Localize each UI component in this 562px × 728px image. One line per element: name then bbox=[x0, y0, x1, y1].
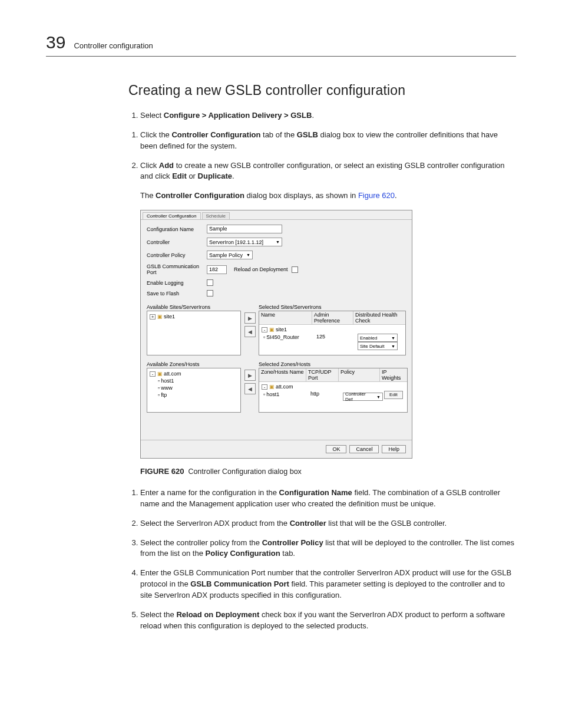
tree-item[interactable]: -▣site1 bbox=[262, 326, 403, 333]
chevron-down-icon: ▼ bbox=[391, 336, 395, 340]
expand-icon[interactable]: + bbox=[150, 314, 156, 319]
step: Select Configure > Application Delivery … bbox=[140, 110, 516, 121]
controller-config-dialog: Controller Configuration Schedule Config… bbox=[140, 210, 412, 459]
expand-icon[interactable]: - bbox=[150, 371, 156, 377]
document-page: 39 Controller configuration Creating a n… bbox=[0, 0, 562, 687]
tab-schedule[interactable]: Schedule bbox=[202, 212, 230, 219]
controller-select[interactable]: ServerIron [192.1.1.12]▼ bbox=[207, 238, 282, 246]
save-to-flash-label: Save to Flash bbox=[147, 291, 207, 297]
tree-item[interactable]: -▣att.com bbox=[262, 383, 405, 390]
expand-icon[interactable]: - bbox=[262, 327, 267, 332]
available-sites-title: Available Sites/ServerIrons bbox=[147, 304, 241, 310]
tree-item[interactable]: -▣att.com bbox=[150, 370, 238, 377]
tree-item[interactable]: +▣site1 bbox=[150, 313, 238, 320]
tab-controller-configuration[interactable]: Controller Configuration bbox=[143, 212, 201, 219]
available-zones-title: Available Zones/Hosts bbox=[147, 361, 241, 367]
col-header: IP Weights bbox=[380, 368, 407, 381]
content-body: Creating a new GSLB controller configura… bbox=[128, 83, 516, 632]
table-row[interactable]: ▫host1 http Controller Def▼ Edit bbox=[262, 390, 405, 401]
dialog-tabs: Controller Configuration Schedule bbox=[141, 210, 412, 220]
selected-zones-title: Selected Zones/Hosts bbox=[259, 361, 408, 367]
move-right-button[interactable]: ▶ bbox=[244, 370, 256, 381]
available-zones-tree[interactable]: -▣att.com ▫host1 ▫www ▫ftp bbox=[147, 368, 241, 413]
cancel-button[interactable]: Cancel bbox=[349, 445, 379, 453]
chevron-down-icon: ▼ bbox=[391, 344, 395, 348]
health-enabled-select[interactable]: Enabled▼ bbox=[358, 334, 398, 342]
figure-reference[interactable]: Figure 620 bbox=[358, 191, 395, 200]
col-header: Distributed Health Check bbox=[353, 311, 405, 324]
paragraph: The Controller Configuration dialog box … bbox=[140, 190, 516, 202]
health-default-select[interactable]: Site Default▼ bbox=[358, 342, 398, 350]
folder-icon: ▣ bbox=[157, 371, 163, 377]
controller-policy-select[interactable]: Sample Policy▼ bbox=[207, 251, 253, 259]
tree-item[interactable]: ▫host1 bbox=[150, 377, 238, 384]
controller-policy-label: Controller Policy bbox=[147, 252, 207, 258]
col-header: Admin Preference bbox=[312, 311, 353, 324]
step: Enter the GSLB Communication Port number… bbox=[140, 568, 516, 601]
reload-on-deployment-label: Reload on Deployment bbox=[234, 266, 288, 272]
gslb-port-label: GSLB Communication Port bbox=[147, 263, 207, 275]
chevron-down-icon: ▼ bbox=[376, 395, 381, 399]
page-header: 39 Controller configuration bbox=[46, 32, 516, 57]
tree-item[interactable]: ▫www bbox=[150, 384, 238, 391]
configuration-name-label: Configuration Name bbox=[147, 226, 207, 232]
file-icon: ▫ bbox=[263, 391, 265, 397]
controller-label: Controller bbox=[147, 239, 207, 245]
section-title: Creating a new GSLB controller configura… bbox=[128, 83, 516, 98]
file-icon: ▫ bbox=[158, 385, 160, 391]
figure-caption: FIGURE 620 Controller Configuration dial… bbox=[140, 467, 516, 476]
save-to-flash-checkbox[interactable] bbox=[207, 290, 213, 297]
move-left-button[interactable]: ◀ bbox=[244, 383, 256, 394]
col-header: Name bbox=[259, 311, 312, 324]
help-button[interactable]: Help bbox=[382, 445, 406, 453]
enable-logging-label: Enable Logging bbox=[147, 280, 207, 286]
chapter-title: Controller configuration bbox=[74, 41, 153, 50]
file-icon: ▫ bbox=[158, 378, 160, 384]
selected-zones-table[interactable]: Zone/Hosts Name TCP/UDP Port Policy IP W… bbox=[259, 368, 408, 413]
move-right-button[interactable]: ▶ bbox=[244, 312, 256, 324]
folder-icon: ▣ bbox=[269, 384, 275, 390]
step: Select the ServerIron ADX product from t… bbox=[140, 518, 516, 529]
step: Enter a name for the configuration in th… bbox=[140, 487, 516, 510]
folder-icon: ▣ bbox=[269, 327, 275, 332]
file-icon: ▫ bbox=[263, 334, 265, 340]
chevron-down-icon: ▼ bbox=[246, 253, 250, 257]
figure: Controller Configuration Schedule Config… bbox=[140, 210, 516, 459]
edit-weights-button[interactable]: Edit bbox=[384, 391, 403, 399]
col-header: Policy bbox=[339, 368, 380, 381]
policy-select[interactable]: Controller Def▼ bbox=[343, 393, 383, 401]
tree-item[interactable]: ▫ftp bbox=[150, 391, 238, 398]
expand-icon[interactable]: - bbox=[262, 384, 267, 390]
form-area: Configuration Name Sample Controller Ser… bbox=[141, 220, 412, 304]
step: Click Add to create a new GSLB controlle… bbox=[140, 160, 516, 183]
chapter-number: 39 bbox=[46, 32, 65, 52]
reload-on-deployment-checkbox[interactable] bbox=[292, 266, 298, 273]
available-sites-tree[interactable]: +▣site1 bbox=[147, 311, 241, 355]
bottom-steps: Enter a name for the configuration in th… bbox=[128, 487, 516, 631]
enable-logging-checkbox[interactable] bbox=[207, 279, 213, 286]
selected-sites-title: Selected Sites/ServerIrons bbox=[259, 304, 406, 310]
step: Select the controller policy from the Co… bbox=[140, 538, 516, 560]
folder-icon: ▣ bbox=[157, 314, 163, 319]
top-steps: Select Configure > Application Delivery … bbox=[128, 110, 516, 182]
step: Select the Reload on Deployment check bo… bbox=[140, 610, 516, 632]
sites-panel: Available Sites/ServerIrons +▣site1 ▶ ◀ bbox=[141, 304, 412, 361]
chevron-down-icon: ▼ bbox=[276, 240, 280, 244]
col-header: Zone/Hosts Name bbox=[259, 368, 306, 381]
configuration-name-field[interactable]: Sample bbox=[207, 225, 282, 233]
step: Click the Controller Configuration tab o… bbox=[140, 130, 516, 152]
selected-sites-table[interactable]: Name Admin Preference Distributed Health… bbox=[259, 311, 406, 355]
zones-panel: Available Zones/Hosts -▣att.com ▫host1 ▫… bbox=[141, 361, 412, 419]
table-row[interactable]: ▫SI450_Router 125 Enabled▼ Site Default▼ bbox=[262, 333, 403, 351]
move-left-button[interactable]: ◀ bbox=[244, 326, 256, 337]
ok-button[interactable]: OK bbox=[326, 445, 346, 453]
gslb-port-field[interactable]: 182 bbox=[207, 265, 227, 274]
file-icon: ▫ bbox=[158, 392, 160, 398]
dialog-footer: OK Cancel Help bbox=[141, 440, 412, 458]
col-header: TCP/UDP Port bbox=[306, 368, 339, 381]
